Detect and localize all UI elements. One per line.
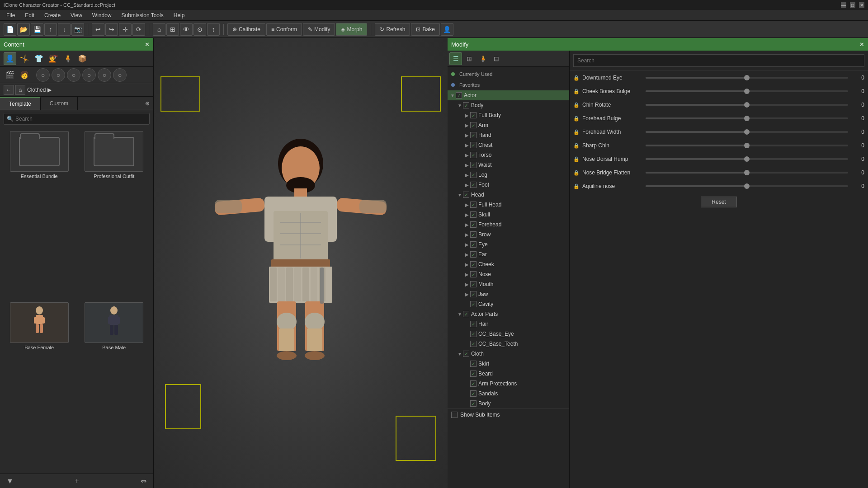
tree-item-foot[interactable]: ▶ Foot [448,180,569,190]
tree-item-fullhead[interactable]: ▶ Full Head [448,200,569,210]
user-button[interactable]: 👤 [441,23,453,36]
lock-icon-downturned-eye[interactable]: 🔒 [573,75,580,81]
circle-btn-3[interactable]: ○ [67,68,80,82]
lock-icon-sharp-chin[interactable]: 🔒 [573,143,580,149]
lock-icon-nose-bridge[interactable]: 🔒 [573,170,580,176]
actor-tab-icon[interactable]: 👤 [4,52,16,65]
tree-expand-torso[interactable]: ▶ [464,152,470,158]
reset-button[interactable]: Reset [701,197,737,207]
tree-checkbox-cavity[interactable] [470,301,476,307]
list-item[interactable]: Base Male [79,302,150,470]
conform-button[interactable]: ≡ Conform [266,23,302,36]
tree-expand-body[interactable]: ▼ [457,102,463,108]
minimize-button[interactable]: — [841,2,846,8]
tree-expand-mouth[interactable]: ▶ [464,281,470,287]
tree-item-arm[interactable]: ▶ Arm [448,120,569,130]
maximize-button[interactable]: □ [850,2,855,8]
scene-icon[interactable]: 🎬 [4,69,16,81]
tree-item-actor[interactable]: ▼ Actor [448,90,569,100]
lock-icon-cheek-bones[interactable]: 🔒 [573,89,580,94]
tree-checkbox-jaw[interactable] [470,291,476,297]
pose-tab-icon[interactable]: 🤸 [18,52,31,65]
refresh-button[interactable]: ↻ Refresh [375,23,410,36]
tree-expand-hand[interactable]: ▶ [464,132,470,138]
menu-help[interactable]: Help [169,11,189,19]
tree-checkbox-actor[interactable] [456,92,462,99]
tree-checkbox-forehead[interactable] [470,221,476,228]
prop-tab-icon[interactable]: 📦 [76,52,89,65]
tree-expand-waist[interactable]: ▶ [464,162,470,168]
tree-item-cheek[interactable]: ▶ Cheek [448,259,569,269]
tab-template[interactable]: Template [0,97,41,110]
tree-checkbox-foot[interactable] [470,182,476,188]
tree-item-mouth[interactable]: ▶ Mouth [448,279,569,289]
slider-thumb[interactable] [744,143,750,148]
tree-checkbox-arm[interactable] [470,122,476,128]
tree-expand-ear[interactable]: ▶ [464,251,470,258]
settings-icon[interactable]: ⇔ [137,475,150,488]
favorites-filter[interactable]: Favorites [458,81,481,89]
tree-checkbox-baseeye[interactable] [470,331,476,337]
slider-thumb[interactable] [744,89,750,94]
list-item[interactable]: Professional Outfit [79,131,150,299]
tree-item-nose[interactable]: ▶ Nose [448,269,569,279]
tree-item-skull[interactable]: ▶ Skull [448,210,569,220]
tree-item-eye[interactable]: ▶ Eye [448,239,569,249]
tree-checkbox-brow[interactable] [470,231,476,238]
slider-thumb[interactable] [744,75,750,80]
slider-track-chin-rotate[interactable] [646,104,848,106]
menu-view[interactable]: View [66,11,87,19]
close-button[interactable]: ✕ [859,2,864,8]
tree-expand-cloth[interactable]: ▼ [457,351,463,357]
tree-item-armprotections[interactable]: ▶ Arm Protections [448,379,569,389]
tree-checkbox-cheek[interactable] [470,261,476,267]
calibrate-button[interactable]: ⊕ Calibrate [227,23,265,36]
tree-expand-eye[interactable]: ▶ [464,241,470,248]
tree-expand-skull[interactable]: ▶ [464,211,470,218]
content-search-input[interactable] [15,116,146,122]
tree-checkbox-clothbody[interactable] [470,400,476,407]
hierarchy-view-icon[interactable]: ⊞ [463,52,476,65]
circle-btn-6[interactable]: ○ [113,68,127,82]
lock-icon-aquiline-nose[interactable]: 🔒 [573,183,580,189]
cloth-tab-icon[interactable]: 👕 [33,52,45,65]
morph-button[interactable]: ◈ Morph [336,23,367,36]
slider-track-nose-bridge[interactable] [646,172,848,174]
tree-item-cloth-body[interactable]: ▶ Body [448,399,569,408]
bake-button[interactable]: ⊡ Bake [411,23,439,36]
slider-thumb[interactable] [744,170,750,175]
save-button[interactable]: 💾 [31,23,43,36]
body-view-icon[interactable]: 🧍 [476,52,489,65]
back-button[interactable]: ← [4,85,14,95]
tree-checkbox-skull[interactable] [470,211,476,218]
tree-checkbox-ear[interactable] [470,251,476,258]
tree-checkbox-waist[interactable] [470,162,476,168]
select-button[interactable]: ✛ [119,23,132,36]
tree-checkbox-head[interactable] [463,192,469,198]
slider-track-downturned-eye[interactable] [646,77,848,79]
pan-button[interactable]: ↕ [207,23,220,36]
tree-item-hand[interactable]: ▶ Hand [448,130,569,140]
show-sub-items-checkbox[interactable] [451,412,458,418]
slider-track-nose-dorsal[interactable] [646,158,848,160]
tree-item-skirt[interactable]: ▶ Skirt [448,359,569,369]
tree-checkbox-nose[interactable] [470,271,476,277]
tree-item-waist[interactable]: ▶ Waist [448,160,569,170]
morph-search-input[interactable] [573,54,864,67]
tree-item-head[interactable]: ▼ Head [448,190,569,200]
slider-thumb[interactable] [744,129,750,135]
menu-submission[interactable]: Submission Tools [117,11,168,19]
tree-item-ear[interactable]: ▶ Ear [448,249,569,259]
tree-checkbox-leg[interactable] [470,172,476,178]
tree-item-leg[interactable]: ▶ Leg [448,170,569,180]
collapse-icon[interactable]: ▼ [4,475,16,488]
tree-checkbox-fullhead[interactable] [470,202,476,208]
slider-track-forehead-bulge[interactable] [646,117,848,119]
slider-thumb[interactable] [744,183,750,189]
tree-expand-actorparts[interactable]: ▼ [457,311,463,317]
tree-expand-fullhead[interactable]: ▶ [464,202,470,208]
tree-checkbox-sandals[interactable] [470,390,476,397]
tree-item-jaw[interactable]: ▶ Jaw [448,289,569,299]
menu-edit[interactable]: Edit [20,11,39,19]
tree-checkbox-fullbody[interactable] [470,112,476,118]
